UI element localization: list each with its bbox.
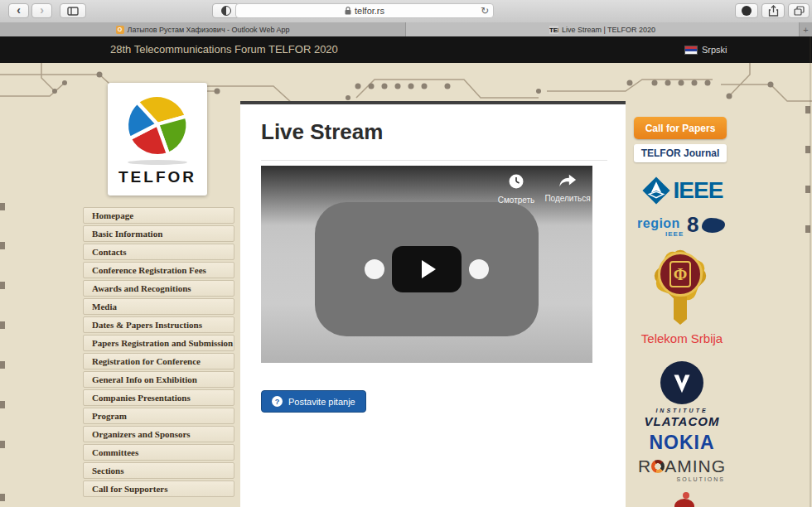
tab-overview-button[interactable]	[788, 3, 810, 18]
nav-item-awards-and-recognitions[interactable]: Awards and Recognitions	[83, 280, 234, 297]
privacy-shield-icon	[221, 6, 231, 16]
mts-partial-logo[interactable]	[673, 492, 706, 507]
question-icon: ?	[272, 396, 283, 407]
tab-telfor-live-stream[interactable]: TELFOR Live Stream | TELFOR 2020	[406, 22, 800, 36]
outlook-favicon: O	[116, 26, 124, 34]
play-button[interactable]	[392, 246, 462, 292]
tabs-icon	[794, 6, 805, 16]
ieee-diamond-icon	[641, 176, 671, 205]
lock-icon	[345, 7, 351, 15]
main-content: Live Stream Смотреть	[240, 101, 626, 507]
nav-item-media[interactable]: Media	[83, 298, 234, 315]
nav-item-call-for-supporters[interactable]: Call for Supporters	[83, 480, 234, 497]
new-tab-button[interactable]: +	[800, 22, 812, 36]
nokia-label: NOKIA	[649, 432, 714, 453]
vlatacom-circle-icon	[660, 361, 703, 404]
nav-item-organizers-and-sponsors[interactable]: Organizers and Sponsors	[83, 426, 234, 442]
telekom-srbija-logo[interactable]: Telekom Srbija	[632, 331, 732, 345]
plus-icon: +	[803, 25, 808, 35]
telfor-logo-card[interactable]: TELFOR	[108, 83, 207, 196]
reload-icon[interactable]: ↻	[481, 5, 489, 17]
share-arrow-icon	[558, 173, 577, 188]
roaming-o-icon	[651, 460, 665, 473]
tab-strip: O Латыпов Рустам Хафизович - Outlook Web…	[0, 22, 812, 36]
telfor-journal-button[interactable]: TELFOR Journal	[634, 144, 727, 162]
call-for-papers-button[interactable]: Call for Papers	[634, 117, 727, 139]
vlatacom-name-text: VLATACOM	[632, 414, 732, 428]
extension-button[interactable]	[735, 3, 758, 18]
telfor-wordmark: TELFOR	[108, 168, 207, 186]
language-switch[interactable]: Srpski	[684, 36, 727, 63]
ask-question-label: Postavite pitanje	[288, 397, 355, 407]
window-right-edge	[810, 36, 811, 507]
nav-item-sections[interactable]: Sections	[83, 462, 234, 479]
mts-dot-large	[674, 499, 694, 507]
forward-icon: ›	[40, 4, 44, 16]
url-text: telfor.rs	[355, 6, 384, 16]
nav-item-contacts[interactable]: Contacts	[83, 244, 234, 260]
site-title: 28th Telecommunications Forum TELFOR 202…	[110, 36, 338, 63]
seal-phi-symbol: Φ	[669, 261, 691, 287]
share-icon	[768, 5, 779, 17]
nav-item-companies-presentations[interactable]: Companies Presentations	[83, 389, 234, 406]
sidebar-toggle-button[interactable]	[60, 3, 86, 18]
browser-toolbar: ‹ › telfor.rs ↻	[0, 0, 812, 23]
vlatacom-v-icon	[668, 369, 696, 397]
nav-item-basic-information[interactable]: Basic Information	[83, 225, 234, 242]
flag-stripe-white	[685, 51, 697, 54]
region8-ieee-text: IEEE	[665, 230, 684, 238]
roaming-solutions-logo[interactable]: RAMING SOLUTIONS	[630, 456, 734, 482]
region8-region-text: region	[637, 216, 680, 231]
address-bar[interactable]: telfor.rs ↻	[235, 3, 494, 18]
nav-item-papers-registration-submission[interactable]: Papers Registration and Submission	[83, 335, 234, 351]
ask-question-button[interactable]: ? Postavite pitanje	[261, 390, 366, 413]
back-icon: ‹	[17, 4, 21, 16]
page-title: Live Stream	[261, 119, 383, 145]
nav-item-program[interactable]: Program	[83, 408, 234, 424]
play-icon	[422, 260, 436, 278]
nokia-logo[interactable]: NOKIA	[632, 432, 732, 454]
nav-item-general-info-exhibition[interactable]: General Info on Exhibition	[83, 371, 234, 388]
roaming-solutions-text: SOLUTIONS	[639, 476, 725, 482]
forward-button[interactable]: ›	[31, 3, 52, 18]
sidebar-icon	[67, 7, 79, 16]
seal-inner-circle: Φ	[658, 252, 703, 297]
nav-item-dates-papers-instructions[interactable]: Dates & Papers Instructions	[83, 316, 234, 333]
etf-faculty-seal-logo[interactable]: Φ	[654, 245, 707, 331]
tab-title: Live Stream | TELFOR 2020	[562, 26, 655, 34]
sidebar-nav: Homepage Basic Information Contacts Conf…	[83, 207, 234, 499]
nav-item-committees[interactable]: Committees	[83, 444, 234, 461]
nav-item-conference-registration-fees[interactable]: Conference Registration Fees	[83, 262, 234, 278]
serbian-flag-icon	[684, 46, 698, 55]
telfor-favicon: TELFOR	[549, 26, 558, 34]
call-for-papers-label: Call for Papers	[645, 123, 716, 134]
telfor-sphere-logo	[122, 89, 193, 160]
extension-icon	[742, 6, 752, 16]
roaming-wordmark: RAMING	[630, 456, 734, 476]
site-header: 28th Telecommunications Forum TELFOR 202…	[0, 36, 812, 63]
region8-map-icon	[702, 218, 725, 233]
nav-item-homepage[interactable]: Homepage	[83, 207, 234, 224]
video-share-label: Поделиться	[536, 194, 592, 203]
share-button[interactable]	[761, 3, 785, 18]
safari-window: ‹ › telfor.rs ↻	[0, 0, 812, 507]
nav-item-registration-for-conference[interactable]: Registration for Conference	[83, 353, 234, 369]
video-share-button[interactable]: Поделиться	[536, 173, 592, 203]
back-button[interactable]: ‹	[8, 3, 29, 18]
telfor-journal-label: TELFOR Journal	[641, 147, 720, 159]
thumbnail-dot-left	[365, 259, 384, 279]
vlatacom-institute-text: INSTITUTE	[632, 408, 732, 413]
title-divider	[261, 160, 607, 161]
seal-ribbon	[674, 297, 687, 325]
youtube-video-player[interactable]: Смотреть Поделиться	[261, 166, 592, 363]
region8-number: 8	[687, 212, 698, 238]
thumbnail-dot-right	[469, 259, 489, 279]
logo-shadow	[128, 160, 187, 165]
vlatacom-logo[interactable]: INSTITUTE VLATACOM	[632, 361, 732, 428]
ieee-region8-logo[interactable]: region IEEE 8	[632, 215, 732, 243]
language-label: Srpski	[702, 45, 727, 55]
video-thumbnail-shape	[315, 202, 539, 336]
tab-outlook[interactable]: O Латыпов Рустам Хафизович - Outlook Web…	[0, 22, 406, 36]
mts-dot-small	[683, 492, 689, 499]
ieee-logo[interactable]: IEEE	[632, 174, 732, 207]
